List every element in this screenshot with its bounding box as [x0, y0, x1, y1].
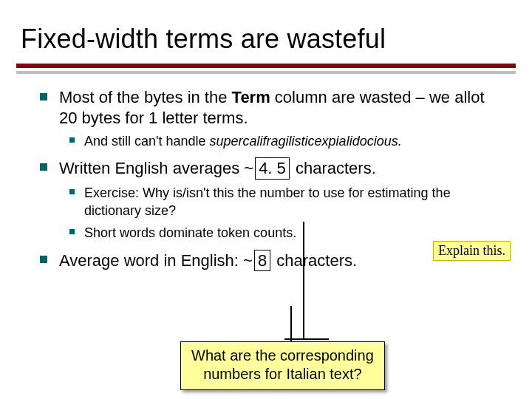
bullet-2-sub-2: Short words dominate token counts.	[65, 224, 504, 242]
bullet-3-boxed-value: 8	[254, 250, 270, 272]
callout-italian-line2: numbers for Italian text?	[203, 366, 362, 382]
bullet-3-text-post: characters.	[272, 251, 357, 270]
bullet-2: Written English averages ~4. 5 character…	[37, 157, 504, 242]
bullet-2-sub-1: Exercise: Why is/isn't this the number t…	[65, 184, 504, 220]
bullet-2-text-pre: Written English averages ~	[59, 159, 253, 177]
bullet-1-sub-1-pre: And still can't handle	[84, 134, 210, 149]
bullet-2-text-post: characters.	[291, 159, 376, 177]
callout-italian-line1: What are the corresponding	[191, 347, 374, 364]
bullet-3-text-pre: Average word in English: ~	[59, 251, 253, 270]
connector-line-2	[290, 306, 292, 343]
bullet-2-boxed-value: 4. 5	[255, 157, 290, 180]
title-rule	[16, 64, 516, 68]
bullet-1-sub-1: And still can't handle supercalifragilis…	[65, 132, 504, 150]
connector-line-3	[284, 338, 329, 340]
callout-italian: What are the corresponding numbers for I…	[180, 341, 385, 390]
title-rule-shadow	[16, 71, 516, 74]
bullet-1-term: Term	[232, 88, 270, 106]
bullet-1-sublist: And still can't handle supercalifragilis…	[65, 132, 504, 150]
callout-explain: Explain this.	[433, 241, 511, 261]
bullet-1-text-pre: Most of the bytes in the	[59, 88, 232, 106]
slide-title: Fixed-width terms are wasteful	[0, 0, 532, 64]
bullet-1: Most of the bytes in the Term column are…	[37, 87, 504, 150]
slide: Fixed-width terms are wasteful Most of t…	[0, 0, 532, 399]
bullet-1-sub-1-italic: supercalifragilisticexpialidocious.	[210, 134, 402, 149]
connector-line-1	[303, 222, 304, 340]
bullet-2-sublist: Exercise: Why is/isn't this the number t…	[65, 184, 504, 242]
